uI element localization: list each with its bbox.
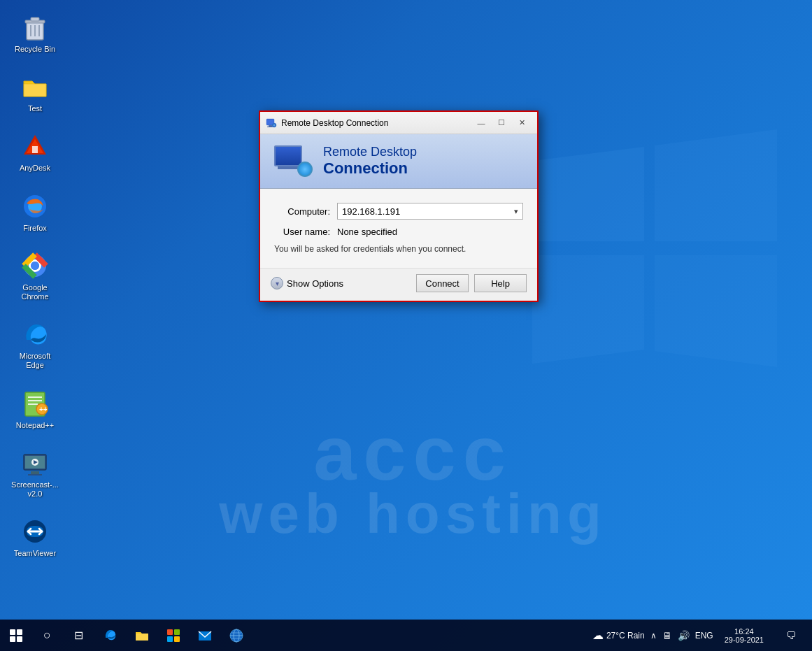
notepadpp-label: Notepad++ bbox=[10, 421, 60, 430]
svg-rect-17 bbox=[28, 400, 42, 401]
windows-watermark bbox=[532, 126, 777, 373]
taskbar-globe[interactable] bbox=[220, 620, 252, 651]
taskbar: ○ ⊟ bbox=[0, 620, 812, 651]
taskbar-search[interactable]: ○ bbox=[31, 620, 63, 651]
weather-widget[interactable]: ☁ 27°C Rain bbox=[592, 629, 645, 642]
computer-value: 192.168.1.191 bbox=[342, 206, 400, 217]
taskbar-system-tray: ☁ 27°C Rain ∧ 🖥 🔊 ENG 16:24 29-09-2021 🗨 bbox=[592, 620, 812, 651]
svg-rect-18 bbox=[28, 403, 38, 405]
desktop-icon-teamviewer[interactable]: TeamViewer bbox=[7, 511, 63, 564]
computer-field-row: Computer: 192.168.1.191 ▾ bbox=[274, 203, 523, 220]
watermark-hosting: web hosting bbox=[70, 482, 756, 546]
svg-rect-36 bbox=[167, 636, 173, 642]
minimize-button[interactable]: — bbox=[471, 115, 491, 131]
show-options-icon: ▾ bbox=[271, 277, 283, 289]
svg-rect-37 bbox=[174, 636, 180, 642]
microsoft-edge-icon bbox=[20, 320, 50, 349]
store-icon bbox=[166, 628, 181, 643]
desktop-icon-anydesk[interactable]: AnyDesk bbox=[7, 126, 63, 178]
anydesk-icon bbox=[20, 131, 50, 161]
desktop-icon-test[interactable]: Test bbox=[7, 66, 63, 119]
taskview-icon: ⊟ bbox=[74, 629, 83, 642]
rdp-header: Remote Desktop Connection bbox=[260, 134, 537, 189]
test-folder-icon bbox=[20, 72, 50, 101]
maximize-button[interactable]: ☐ bbox=[492, 115, 511, 131]
network-icon[interactable]: 🖥 bbox=[662, 630, 672, 641]
rdp-window-controls: — ☐ ✕ bbox=[471, 115, 532, 131]
taskbar-clock[interactable]: 16:24 29-09-2021 bbox=[719, 627, 769, 644]
desktop-icon-screencast[interactable]: Screencast-... v2.0 bbox=[7, 443, 63, 504]
teamviewer-icon bbox=[20, 517, 50, 546]
start-button[interactable] bbox=[0, 620, 31, 651]
file-explorer-icon bbox=[134, 628, 150, 643]
computer-input[interactable]: 192.168.1.191 ▾ bbox=[337, 203, 523, 220]
globe-icon bbox=[297, 162, 313, 177]
svg-point-14 bbox=[31, 262, 39, 270]
notepadpp-icon: ++ bbox=[20, 389, 50, 418]
desktop-icon-microsoft-edge[interactable]: Microsoft Edge bbox=[7, 314, 63, 375]
dropdown-arrow-icon: ▾ bbox=[514, 207, 518, 216]
notification-icon: 🗨 bbox=[786, 630, 796, 641]
screencast-icon bbox=[20, 448, 50, 478]
username-label: User name: bbox=[274, 227, 337, 237]
anydesk-label: AnyDesk bbox=[10, 164, 60, 173]
desktop-icon-notepadpp[interactable]: ++ Notepad++ bbox=[7, 383, 63, 436]
monitor-icon bbox=[274, 145, 302, 166]
weather-icon: ☁ bbox=[592, 629, 604, 642]
desktop-icon-google-chrome[interactable]: Google Chrome bbox=[7, 245, 63, 307]
watermark-accc: accc bbox=[70, 408, 756, 497]
firefox-label: Firefox bbox=[10, 224, 60, 233]
help-button[interactable]: Help bbox=[474, 274, 527, 292]
rdp-info-text: You will be asked for credentials when y… bbox=[274, 244, 523, 254]
edge-icon bbox=[103, 628, 118, 643]
firefox-icon bbox=[20, 192, 50, 221]
show-options-area[interactable]: ▾ Show Options bbox=[271, 277, 343, 289]
username-value: None specified bbox=[337, 227, 397, 237]
username-field-row: User name: None specified bbox=[274, 227, 523, 237]
rdp-titlebar-icon bbox=[266, 117, 277, 129]
desktop-icon-firefox[interactable]: Firefox bbox=[7, 186, 63, 238]
svg-point-33 bbox=[273, 124, 276, 126]
svg-rect-2 bbox=[31, 17, 39, 21]
recycle-bin-icon bbox=[20, 13, 50, 42]
taskbar-explorer[interactable] bbox=[126, 620, 157, 651]
taskbar-mail[interactable] bbox=[189, 620, 220, 651]
rdp-title-text: Remote Desktop Connection bbox=[281, 118, 471, 128]
taskbar-edge[interactable] bbox=[94, 620, 126, 651]
svg-rect-26 bbox=[28, 474, 42, 475]
desktop-icon-recycle-bin[interactable]: Recycle Bin bbox=[7, 7, 63, 59]
svg-rect-16 bbox=[28, 396, 42, 398]
connect-button[interactable]: Connect bbox=[416, 274, 469, 292]
taskbar-store[interactable] bbox=[157, 620, 189, 651]
notification-center[interactable]: 🗨 bbox=[775, 620, 806, 651]
rdp-header-title-line2: Connection bbox=[323, 159, 417, 178]
rdp-dialog: Remote Desktop Connection — ☐ ✕ Remote D… bbox=[259, 110, 539, 302]
recycle-bin-label: Recycle Bin bbox=[10, 45, 60, 54]
svg-text:++: ++ bbox=[39, 406, 48, 413]
weather-text: 27°C Rain bbox=[606, 631, 645, 641]
microsoft-edge-label: Microsoft Edge bbox=[10, 352, 60, 370]
rdp-header-title: Remote Desktop Connection bbox=[323, 145, 417, 178]
volume-icon[interactable]: 🔊 bbox=[678, 630, 690, 641]
windows-start-icon bbox=[10, 629, 22, 642]
computer-label: Computer: bbox=[274, 206, 337, 217]
globe-taskbar-icon bbox=[229, 628, 244, 643]
teamviewer-label: TeamViewer bbox=[10, 549, 60, 558]
taskbar-taskview[interactable]: ⊟ bbox=[63, 620, 94, 651]
show-options-label: Show Options bbox=[287, 278, 343, 289]
rdp-footer: ▾ Show Options Connect Help bbox=[260, 268, 537, 301]
clock-time: 16:24 bbox=[734, 627, 754, 636]
language-indicator[interactable]: ENG bbox=[695, 631, 713, 641]
rdp-titlebar[interactable]: Remote Desktop Connection — ☐ ✕ bbox=[260, 112, 537, 134]
google-chrome-label: Google Chrome bbox=[10, 283, 60, 301]
rdp-footer-buttons: Connect Help bbox=[416, 274, 527, 292]
svg-rect-30 bbox=[269, 125, 272, 127]
svg-rect-8 bbox=[32, 146, 38, 153]
chevron-icon[interactable]: ∧ bbox=[650, 631, 657, 641]
svg-rect-25 bbox=[31, 471, 39, 474]
desktop: accc web hosting Recycle Bin bbox=[0, 0, 812, 651]
close-button[interactable]: ✕ bbox=[512, 115, 532, 131]
screencast-label: Screencast-... v2.0 bbox=[10, 480, 60, 499]
clock-date: 29-09-2021 bbox=[725, 636, 764, 644]
svg-rect-34 bbox=[167, 629, 173, 635]
